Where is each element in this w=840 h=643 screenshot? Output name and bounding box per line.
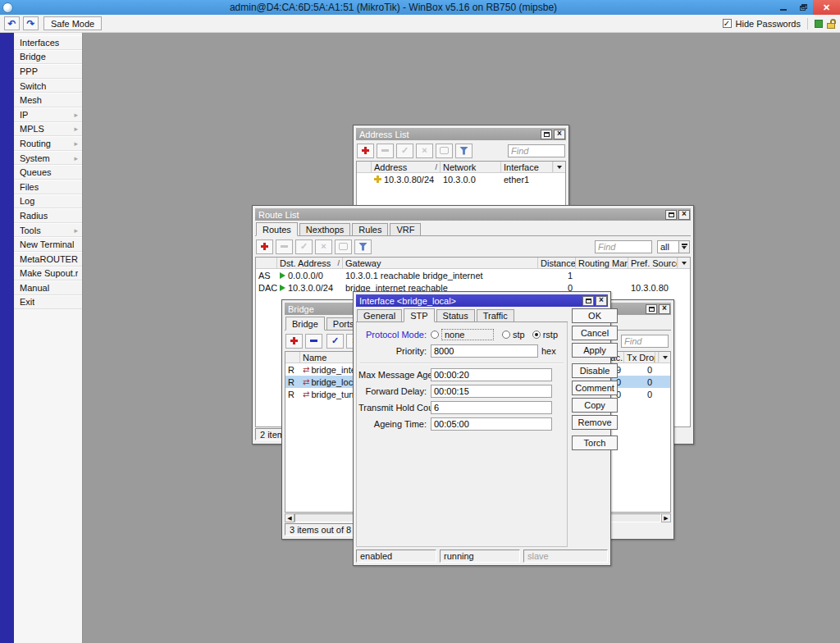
column-interface[interactable]: Interface: [501, 162, 553, 173]
remove-button[interactable]: [276, 239, 293, 254]
close-button[interactable]: ×: [554, 130, 565, 139]
sidebar-item-log[interactable]: Log: [14, 194, 82, 209]
tab-routes[interactable]: Routes: [256, 222, 298, 236]
tab-rules[interactable]: Rules: [352, 223, 388, 235]
column-select-button[interactable]: [678, 258, 690, 269]
app-titlebar[interactable]: admin@D4:CA:6D:5A:A1:51 (MikroTik) - Win…: [0, 0, 840, 15]
column-tx-drops[interactable]: Tx Drops: [624, 352, 655, 363]
undo-button[interactable]: ↶: [4, 16, 20, 30]
close-button[interactable]: ×: [659, 304, 670, 314]
sidebar-item-metarouter[interactable]: MetaROUTER: [14, 252, 82, 267]
tab-general[interactable]: General: [357, 309, 402, 322]
redo-button[interactable]: ↷: [23, 16, 39, 30]
apply-button[interactable]: Apply: [572, 343, 618, 358]
column-distance[interactable]: Distance: [538, 258, 576, 269]
sidebar-item-switch[interactable]: Switch: [14, 79, 82, 93]
sidebar-item-bridge[interactable]: Bridge: [14, 50, 82, 65]
filter-button[interactable]: [354, 239, 372, 254]
tab-vrf[interactable]: VRF: [390, 223, 421, 235]
add-button[interactable]: [285, 334, 303, 349]
copy-button[interactable]: Copy: [572, 398, 618, 413]
minimize-button[interactable]: [774, 0, 793, 15]
close-button[interactable]: ×: [596, 296, 607, 306]
close-button[interactable]: ×: [678, 210, 690, 220]
restore-button[interactable]: [541, 130, 552, 139]
restore-button[interactable]: [665, 210, 677, 220]
find-input[interactable]: [508, 144, 565, 157]
sidebar-item-interfaces[interactable]: Interfaces: [14, 35, 82, 50]
tab-nexthops[interactable]: Nexthops: [299, 223, 350, 235]
filter-button[interactable]: [455, 144, 472, 158]
torch-button[interactable]: Torch: [572, 436, 618, 450]
forward-delay-input[interactable]: [431, 385, 552, 398]
cancel-button[interactable]: Cancel: [572, 326, 618, 340]
disable-button[interactable]: Disable: [572, 363, 618, 378]
find-scope-combo[interactable]: all: [657, 240, 690, 253]
sidebar-item-new-terminal[interactable]: New Terminal: [14, 237, 82, 252]
route-list-titlebar[interactable]: Route List ×: [255, 208, 691, 221]
column-gateway[interactable]: Gateway: [343, 258, 538, 269]
ok-button[interactable]: OK: [572, 308, 618, 323]
sidebar-item-manual[interactable]: Manual: [14, 280, 82, 295]
radio-label-rstp[interactable]: rstp: [543, 330, 558, 340]
tab-stp[interactable]: STP: [404, 308, 434, 322]
safe-mode-button[interactable]: Safe Mode: [43, 16, 102, 30]
column-select-button[interactable]: [553, 162, 565, 173]
interface-dialog-titlebar[interactable]: Interface <bridge_local> ×: [356, 294, 608, 307]
enable-button[interactable]: ✓: [396, 144, 413, 158]
comment-button[interactable]: [335, 239, 352, 254]
max-message-age-input[interactable]: [431, 368, 552, 381]
add-button[interactable]: [256, 239, 273, 254]
add-button[interactable]: [357, 144, 374, 158]
sidebar-item-mpls[interactable]: MPLS▸: [14, 122, 82, 137]
restore-button[interactable]: [646, 304, 657, 314]
disable-button[interactable]: ×: [315, 239, 332, 254]
sidebar-item-queues[interactable]: Queues: [14, 165, 82, 180]
sidebar-item-mesh[interactable]: Mesh: [14, 93, 82, 107]
restore-button[interactable]: [582, 296, 594, 306]
sidebar-item-exit[interactable]: Exit: [14, 295, 82, 310]
column-select-button[interactable]: [659, 352, 670, 363]
sidebar-item-make-supout[interactable]: Make Supout.rif: [14, 267, 82, 281]
radio-protocol-stp[interactable]: [502, 331, 510, 339]
find-input[interactable]: [621, 335, 669, 348]
column-pref-source[interactable]: Pref. Source: [628, 258, 678, 269]
comment-button[interactable]: Comment: [572, 381, 618, 395]
column-gutter[interactable]: [357, 162, 372, 173]
sidebar-item-radius[interactable]: Radius: [14, 208, 82, 223]
column-gutter[interactable]: [285, 352, 300, 363]
remove-button[interactable]: [305, 334, 322, 349]
restore-window-button[interactable]: [793, 0, 813, 15]
ageing-time-input[interactable]: [431, 417, 552, 431]
radio-protocol-none[interactable]: [431, 331, 439, 339]
remove-button[interactable]: [377, 144, 394, 158]
column-dst-address[interactable]: Dst. Address/: [277, 258, 343, 269]
column-flags[interactable]: [256, 258, 277, 269]
hide-passwords-checkbox[interactable]: ✓: [723, 19, 732, 28]
scroll-left-icon[interactable]: ◀: [285, 513, 294, 522]
find-input[interactable]: [595, 240, 652, 253]
sidebar-item-tools[interactable]: Tools▸: [14, 223, 82, 238]
column-routing-mark[interactable]: Routing Mark: [576, 258, 628, 269]
radio-label-stp[interactable]: stp: [513, 330, 525, 340]
radio-label-none[interactable]: none: [441, 329, 494, 340]
sidebar-item-ip[interactable]: IP▸: [14, 107, 82, 122]
sidebar-item-routing[interactable]: Routing▸: [14, 136, 82, 151]
tab-status[interactable]: Status: [436, 309, 475, 322]
tab-bridge[interactable]: Bridge: [285, 317, 325, 331]
priority-input[interactable]: [431, 344, 538, 358]
radio-protocol-rstp[interactable]: [532, 331, 541, 339]
close-app-button[interactable]: ✕: [813, 0, 840, 15]
column-address[interactable]: Address/: [372, 162, 441, 173]
combo-dropdown-button[interactable]: [678, 240, 690, 253]
sidebar-item-system[interactable]: System▸: [14, 151, 82, 166]
table-row[interactable]: 10.3.0.80/24 10.3.0.0 ether1: [357, 173, 565, 185]
transmit-hold-count-input[interactable]: [431, 401, 552, 414]
remove-button[interactable]: Remove: [572, 415, 618, 430]
sidebar-item-ppp[interactable]: PPP: [14, 64, 82, 79]
scroll-right-icon[interactable]: ▶: [661, 513, 671, 522]
enable-button[interactable]: ✓: [295, 239, 313, 254]
tab-traffic[interactable]: Traffic: [477, 309, 514, 322]
column-network[interactable]: Network: [441, 162, 501, 173]
enable-button[interactable]: ✓: [326, 334, 344, 349]
